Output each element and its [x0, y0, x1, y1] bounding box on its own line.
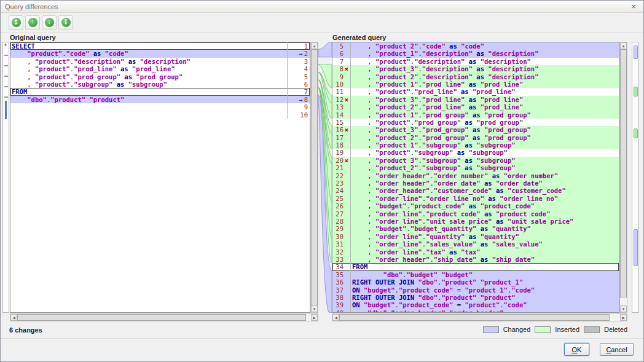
deleted-swatch	[584, 326, 600, 333]
last-difference-button[interactable]: ↧	[58, 15, 73, 30]
line-number: 17	[336, 134, 344, 141]
line-number: 15	[336, 119, 344, 126]
line-number: 30	[336, 233, 344, 240]
code-text: , "order_line"."sales_value" as "sales_v…	[351, 240, 619, 248]
scroll-right-icon[interactable]: ▶	[311, 314, 318, 321]
strip-triangle-icon: ▲	[4, 42, 7, 46]
line-number-gutter: 16×	[332, 126, 351, 133]
line-number: 4	[304, 65, 308, 73]
generated-query-label: Generated query	[332, 34, 386, 41]
next-difference-button[interactable]: ↓	[42, 15, 57, 30]
line-number-gutter: 8×	[332, 65, 351, 73]
code-text: , "product_3"."subgroup" as "subgroup"	[351, 157, 619, 164]
line-number-gutter: →8	[287, 96, 310, 103]
changed-swatch	[483, 326, 499, 333]
line-number: 25	[336, 195, 344, 202]
code-line-17: 17 , "product_2"."prod_group" as "prod_g…	[332, 134, 619, 141]
inserted-marker	[634, 87, 638, 96]
code-text: , "budget"."budget_quantity" as "quantit…	[351, 225, 619, 232]
generated-query-editor[interactable]: 5 , "product_2"."code" as "code"6 , "pro…	[332, 42, 619, 313]
code-line-7: FROM7	[10, 88, 310, 95]
code-text: , "product_2"."prod_line" as "prod_line"	[351, 103, 619, 111]
scroll-up-icon[interactable]: ▲	[620, 42, 627, 49]
code-line-8: "dbo"."product" "product"→8	[10, 96, 310, 103]
line-number: 6	[340, 50, 344, 57]
code-text: , "product"."description" as "descriptio…	[351, 58, 619, 65]
code-text	[10, 103, 287, 111]
line-number-gutter: 37	[332, 286, 351, 294]
original-query-label: Original query	[10, 34, 56, 41]
code-line-2: "product"."code" as "code"→2	[10, 50, 310, 57]
right-vertical-scrollbar[interactable]: ▲ ▼	[619, 42, 627, 313]
line-number: 34	[336, 263, 344, 270]
left-vertical-scrollbar[interactable]: ▲ ▼	[310, 42, 318, 313]
left-horizontal-scrollbar[interactable]: ◀ ▶	[10, 313, 318, 321]
last-difference-icon: ↧	[61, 18, 71, 27]
line-number: 1	[304, 42, 308, 50]
conflict-x-icon: ×	[344, 126, 349, 133]
line-number-gutter: 5	[332, 42, 351, 50]
code-text: FROM	[351, 263, 619, 270]
code-text: , "order_line"."quantity" as "quantity"	[351, 233, 619, 240]
diff-tick	[4, 65, 8, 66]
cancel-button[interactable]: Cancel	[600, 343, 634, 356]
code-text: "dbo"."product" "product"	[10, 96, 287, 103]
code-line-15: 15 , "product"."prod_group" as "prod_gro…	[332, 119, 619, 126]
line-number: 29	[336, 225, 344, 232]
scroll-left-icon[interactable]: ◀	[332, 314, 339, 321]
line-number-gutter: 29	[332, 225, 351, 232]
code-text: "product"."code" as "code"	[10, 50, 287, 57]
conflict-x-icon: ×	[344, 65, 349, 73]
ok-button[interactable]: OK	[564, 343, 589, 356]
diff-tick	[4, 86, 8, 87]
line-number-gutter: 7	[287, 88, 310, 95]
code-text: "dbo"."order_header" "order_header"	[351, 309, 619, 313]
line-number-gutter: 31	[332, 240, 351, 248]
diff-tick	[4, 55, 8, 56]
line-number-gutter: 3	[287, 58, 310, 65]
code-line-10: 10	[10, 111, 310, 119]
line-number: 18	[336, 141, 344, 149]
line-number-gutter: 13	[332, 103, 351, 111]
code-line-32: 32 , "order_line"."tax" as "tax"	[332, 248, 619, 256]
right-horizontal-scrollbar[interactable]: ◀ ▶	[332, 313, 627, 321]
first-difference-icon: ↥	[12, 18, 21, 27]
code-text	[10, 111, 287, 119]
changed-marker	[634, 45, 638, 59]
diff-position-marker	[5, 101, 7, 119]
code-line-9: 9 , "product_2"."description" as "descri…	[332, 73, 619, 81]
line-number: 7	[340, 58, 344, 65]
first-difference-button[interactable]: ↥	[9, 15, 23, 30]
scroll-left-icon[interactable]: ◀	[10, 314, 17, 321]
right-hscroll-thumb[interactable]	[339, 314, 610, 321]
code-line-19: 19 , "product"."subgroup" as "subgroup"	[332, 149, 619, 156]
code-line-6: , "product"."subgroup" as "subgroup"6	[10, 81, 310, 88]
left-vscroll-thumb[interactable]	[311, 49, 318, 306]
scroll-down-icon[interactable]: ▼	[620, 305, 627, 312]
line-number: 2	[304, 50, 308, 57]
line-number: 12	[336, 96, 344, 103]
line-number: 20	[336, 157, 344, 164]
code-text: , "order_header"."order_number" as "orde…	[351, 172, 619, 179]
previous-difference-button[interactable]: ↑	[25, 15, 40, 30]
code-text: , "budget"."product_code" as "product_co…	[351, 202, 619, 210]
code-text: RIGHT OUTER JOIN "dbo"."product" "produc…	[351, 294, 619, 301]
line-number-gutter: 40	[332, 309, 351, 313]
code-text: , "order_header"."customer_code" as "cus…	[351, 187, 619, 194]
code-text: , "order_header"."order_date" as "order_…	[351, 179, 619, 187]
close-icon[interactable]: ×	[628, 1, 639, 12]
code-line-37: 37ON "budget"."product_code" = "product_…	[332, 286, 619, 294]
code-line-1: SELECT1	[10, 42, 310, 50]
right-vscroll-thumb[interactable]	[620, 49, 627, 297]
line-number: 31	[336, 240, 344, 248]
window-title: Query differences	[5, 3, 628, 10]
code-text: RIGHT OUTER JOIN "dbo"."product" "produc…	[351, 278, 619, 286]
scroll-up-icon[interactable]: ▲	[311, 42, 318, 49]
scroll-right-icon[interactable]: ▶	[620, 314, 627, 321]
scroll-down-icon[interactable]: ▼	[311, 305, 318, 312]
original-query-editor[interactable]: SELECT1 "product"."code" as "code"→2 , "…	[10, 42, 310, 313]
left-marker-strip: ▲	[2, 42, 9, 313]
line-number-gutter: 11	[332, 88, 351, 95]
code-text: , "product_1"."description" as "descript…	[351, 50, 619, 57]
left-hscroll-thumb[interactable]	[17, 314, 306, 321]
